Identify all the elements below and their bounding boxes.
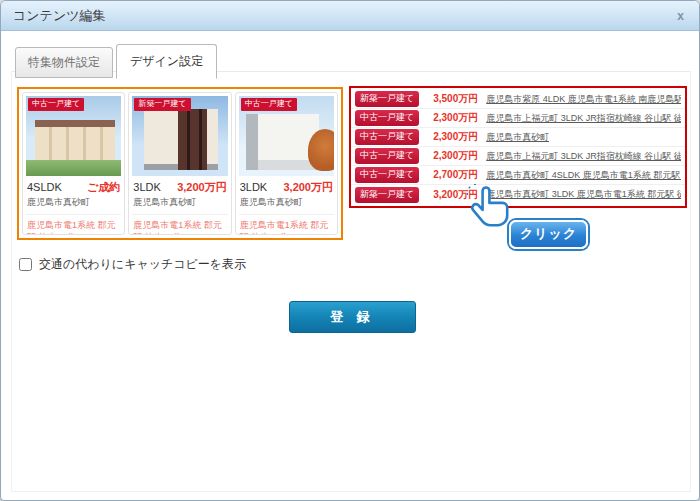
- row-price: 2,700万円: [423, 168, 478, 182]
- card-address: 鹿児島市真砂町: [239, 195, 334, 209]
- card-price: 3,200万円: [177, 180, 227, 195]
- property-type-badge: 中古一戸建て: [28, 98, 84, 111]
- property-type-badge: 中古一戸建て: [355, 110, 419, 126]
- property-type-badge: 中古一戸建て: [355, 129, 419, 145]
- row-price: 2,300万円: [423, 111, 478, 125]
- catchcopy-option: 交通の代わりにキャッチコピーを表示: [19, 256, 246, 273]
- property-type-badge: 中古一戸建て: [355, 148, 419, 164]
- card-transit: 鹿児島市電1系統 郡元駅 徒歩15分: [239, 214, 334, 235]
- property-link[interactable]: 鹿児島市上福元町 3LDK JR指宿枕崎線 谷山駅 徒歩20分: [486, 112, 681, 125]
- property-link[interactable]: 鹿児島市真砂町 4SLDK 鹿児島市電1系統 郡元駅 徒歩15分: [486, 169, 681, 182]
- property-photo: 新築一戸建て: [132, 96, 227, 176]
- property-link[interactable]: 鹿児島市上福元町 3LDK JR指宿枕崎線 谷山駅 徒歩20分: [486, 150, 681, 163]
- tab-design-settings[interactable]: デザイン設定: [116, 44, 217, 79]
- catchcopy-label: 交通の代わりにキャッチコピーを表示: [39, 256, 246, 273]
- list-row: 中古一戸建て 2,700万円 鹿児島市真砂町 4SLDK 鹿児島市電1系統 郡元…: [351, 166, 685, 185]
- card-transit: 鹿児島市電1系統 郡元駅 徒歩15分: [132, 214, 227, 235]
- property-photo: 中古一戸建て: [26, 96, 121, 176]
- list-row: 新築一戸建て 3,500万円 鹿児島市紫原 4LDK 鹿児島市電1系統 南鹿児島…: [351, 90, 685, 109]
- dialog-title: コンテンツ編集: [13, 7, 674, 25]
- card-address: 鹿児島市真砂町: [26, 195, 121, 209]
- hand-cursor-icon: [467, 184, 515, 238]
- property-link[interactable]: 鹿児島市紫原 4LDK 鹿児島市電1系統 南鹿児島駅前駅 徒歩30分: [486, 93, 681, 106]
- card-price: 3,200万円: [283, 180, 333, 195]
- tab-featured-property-settings[interactable]: 特集物件設定: [15, 47, 113, 78]
- row-price: 2,300万円: [423, 130, 478, 144]
- design-settings-panel: 中古一戸建て 4SLDK ご成約 鹿児島市真砂町 鹿児島市電1系統 郡元駅 徒歩…: [11, 71, 691, 492]
- property-card: 中古一戸建て 3LDK 3,200万円 鹿児島市真砂町 鹿児島市電1系統 郡元駅…: [235, 92, 338, 235]
- content-edit-dialog: コンテンツ編集 x 特集物件設定 デザイン設定 中古一戸建て 4SLDK ご成約…: [0, 0, 700, 501]
- property-photo: 中古一戸建て: [239, 96, 334, 176]
- property-card: 中古一戸建て 4SLDK ご成約 鹿児島市真砂町 鹿児島市電1系統 郡元駅 徒歩…: [22, 92, 125, 235]
- card-layout: 3LDK: [240, 181, 268, 193]
- dialog-titlebar: コンテンツ編集 x: [1, 1, 699, 31]
- list-row: 中古一戸建て 2,300万円 鹿児島市真砂町: [351, 128, 685, 147]
- close-icon[interactable]: x: [674, 10, 687, 22]
- property-type-badge: 中古一戸建て: [355, 167, 419, 183]
- card-transit: 鹿児島市電1系統 郡元駅 徒歩15分: [26, 214, 121, 235]
- property-type-badge: 中古一戸建て: [241, 98, 297, 111]
- tab-bar: 特集物件設定 デザイン設定: [15, 44, 217, 78]
- register-button[interactable]: 登 録: [289, 301, 416, 333]
- card-layout: 4SLDK: [27, 181, 62, 193]
- property-type-badge: 新築一戸建て: [355, 187, 419, 203]
- property-type-badge: 新築一戸建て: [134, 98, 190, 111]
- card-style-preview[interactable]: 中古一戸建て 4SLDK ご成約 鹿児島市真砂町 鹿児島市電1系統 郡元駅 徒歩…: [17, 87, 343, 240]
- catchcopy-checkbox[interactable]: [19, 258, 32, 271]
- click-hint: クリック: [467, 184, 597, 246]
- card-price: ご成約: [87, 180, 120, 195]
- row-price: 2,300万円: [423, 149, 478, 163]
- card-layout: 3LDK: [133, 181, 161, 193]
- list-row: 中古一戸建て 2,300万円 鹿児島市上福元町 3LDK JR指宿枕崎線 谷山駅…: [351, 147, 685, 166]
- click-label: クリック: [509, 220, 588, 249]
- property-card: 新築一戸建て 3LDK 3,200万円 鹿児島市真砂町 鹿児島市電1系統 郡元駅…: [128, 92, 231, 235]
- row-price: 3,500万円: [423, 92, 478, 106]
- property-type-badge: 新築一戸建て: [355, 91, 419, 107]
- list-row: 中古一戸建て 2,300万円 鹿児島市上福元町 3LDK JR指宿枕崎線 谷山駅…: [351, 109, 685, 128]
- card-address: 鹿児島市真砂町: [132, 195, 227, 209]
- property-link[interactable]: 鹿児島市真砂町: [486, 131, 549, 144]
